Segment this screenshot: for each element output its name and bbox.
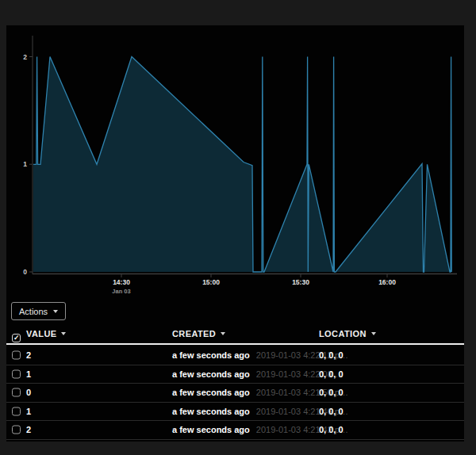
- y-tick-label: 1: [23, 160, 27, 168]
- select-all-checkbox[interactable]: [12, 334, 21, 342]
- row-checkbox[interactable]: [12, 369, 21, 378]
- value-cell: 0: [26, 388, 31, 397]
- location-cell: 0, 0, 0: [319, 369, 344, 379]
- x-tick-label: 15:00: [202, 278, 220, 286]
- y-tick-label: 2: [23, 53, 27, 61]
- area-series-fill: [33, 57, 451, 273]
- table-body: 2 a few seconds ago2019-01-03 4:22:12 p……: [6, 346, 464, 440]
- location-cell: 0, 0, 0: [319, 388, 344, 397]
- created-relative-text: a few seconds ago: [172, 350, 250, 360]
- y-axis-ticks: 012: [23, 53, 33, 277]
- column-header-location-label: LOCATION: [319, 329, 367, 338]
- table-header: VALUE CREATED LOCATION: [6, 327, 464, 343]
- actions-button[interactable]: Actions: [11, 302, 66, 320]
- x-axis-ticks: 14:30Jan 0315:0015:3016:00: [112, 274, 396, 296]
- x-tick-label: 16:00: [378, 278, 396, 286]
- location-cell: 0, 0, 0: [319, 407, 344, 416]
- row-checkbox[interactable]: [12, 426, 21, 434]
- row-checkbox[interactable]: [12, 351, 21, 360]
- created-relative-text: a few seconds ago: [172, 407, 250, 416]
- column-header-location[interactable]: LOCATION: [319, 329, 376, 338]
- value-cell: 1: [26, 407, 31, 416]
- app-background: 012 14:30Jan 0315:0015:3016:00 Actions V…: [0, 0, 476, 455]
- table-header-divider: [6, 343, 464, 345]
- column-header-created-label: CREATED: [172, 329, 216, 338]
- x-tick-label: 15:30: [292, 278, 309, 286]
- table-row: 1 a few seconds ago2019-01-03 4:22:08 … …: [6, 365, 464, 384]
- chevron-down-icon: [53, 310, 58, 313]
- value-cell: 2: [26, 350, 31, 360]
- created-cell: a few seconds ago2019-01-03 4:22:08 …: [172, 369, 344, 379]
- location-cell: 0, 0, 0: [319, 350, 344, 360]
- actions-button-label: Actions: [19, 307, 48, 316]
- sort-caret-icon: [61, 332, 66, 335]
- time-series-chart: 012 14:30Jan 0315:0015:3016:00: [6, 25, 464, 299]
- sort-caret-icon: [371, 332, 376, 335]
- value-cell: 2: [26, 425, 31, 434]
- sort-caret-icon: [221, 332, 225, 335]
- table-row: 0 a few seconds ago2019-01-03 4:21:50 p……: [6, 384, 464, 403]
- column-header-value-label: VALUE: [26, 329, 56, 338]
- x-tick-sublabel: Jan 03: [112, 288, 130, 295]
- table-row: 1 a few seconds ago2019-01-03 4:21:46 p……: [6, 403, 464, 422]
- row-checkbox[interactable]: [12, 388, 21, 397]
- table-row: 2 a few seconds ago2019-01-03 4:21:42 p……: [6, 421, 464, 440]
- created-relative-text: a few seconds ago: [172, 425, 250, 434]
- created-relative-text: a few seconds ago: [172, 369, 250, 379]
- y-tick-label: 0: [23, 268, 27, 276]
- table-row: 2 a few seconds ago2019-01-03 4:22:12 p……: [6, 346, 464, 365]
- location-cell: 0, 0, 0: [319, 425, 344, 434]
- row-checkbox[interactable]: [12, 407, 21, 415]
- column-header-created[interactable]: CREATED: [172, 329, 225, 338]
- column-header-value[interactable]: VALUE: [26, 329, 66, 338]
- x-tick-label: 14:30: [113, 278, 130, 286]
- value-cell: 1: [26, 369, 31, 379]
- created-relative-text: a few seconds ago: [172, 388, 250, 397]
- device-data-panel: 012 14:30Jan 0315:0015:3016:00 Actions V…: [6, 25, 464, 442]
